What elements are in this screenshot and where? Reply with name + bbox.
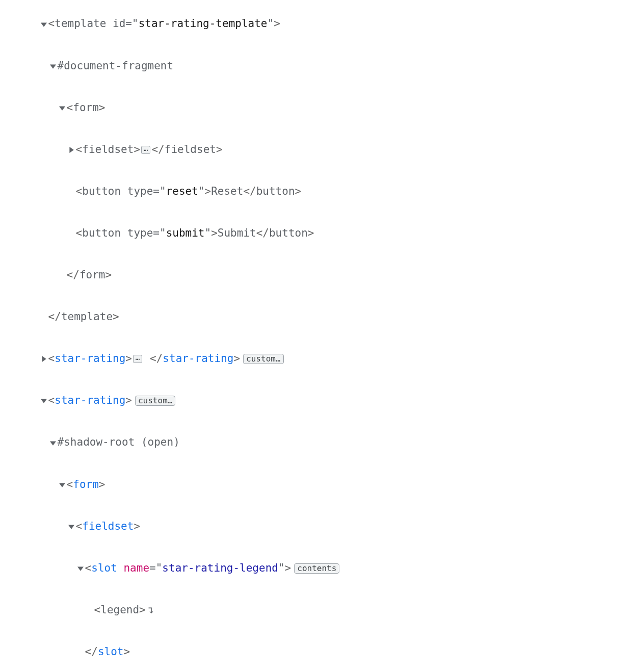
template-reset-button[interactable]: <button type="reset">Reset</button>: [4, 171, 634, 213]
expand-toggle[interactable]: [48, 59, 58, 73]
sr2-slot-legend[interactable]: <legend>↴: [4, 589, 634, 631]
document-fragment[interactable]: #document-fragment: [4, 45, 634, 87]
template-close[interactable]: </template>: [4, 296, 634, 338]
expand-toggle[interactable]: [58, 478, 67, 492]
template-open[interactable]: <template id="star-rating-template">: [4, 3, 634, 45]
expand-toggle[interactable]: [58, 101, 67, 115]
custom-element-badge[interactable]: custom…: [243, 354, 283, 364]
shadow-root-2[interactable]: #shadow-root (open): [4, 422, 634, 463]
sr2-slot-open[interactable]: <slot name="star-rating-legend">contents: [4, 548, 634, 589]
star-rating-2-open[interactable]: <star-rating>custom…: [4, 380, 634, 422]
ellipsis-icon[interactable]: ⋯: [141, 146, 150, 154]
template-submit-button[interactable]: <button type="submit">Submit</button>: [4, 213, 634, 254]
contents-badge[interactable]: contents: [294, 563, 339, 574]
star-rating-1[interactable]: <star-rating>⋯ </star-rating>custom…: [4, 338, 634, 380]
dom-tree: <template id="star-rating-template"> #do…: [0, 0, 638, 672]
expand-toggle[interactable]: [39, 394, 48, 407]
sr2-form-open[interactable]: <form>: [4, 463, 634, 505]
expand-toggle[interactable]: [76, 561, 85, 575]
expand-toggle[interactable]: [67, 520, 76, 533]
reveal-icon[interactable]: ↴: [148, 604, 154, 616]
template-form-close[interactable]: </form>: [4, 254, 634, 296]
template-form-open[interactable]: <form>: [4, 87, 634, 128]
template-fieldset[interactable]: <fieldset>⋯</fieldset>: [4, 129, 634, 171]
ellipsis-icon[interactable]: ⋯: [133, 355, 142, 363]
sr2-slot-close[interactable]: </slot>: [4, 631, 634, 672]
custom-element-badge[interactable]: custom…: [135, 396, 175, 406]
expand-toggle[interactable]: [48, 436, 58, 450]
sr2-fieldset-open[interactable]: <fieldset>: [4, 505, 634, 547]
expand-toggle[interactable]: [39, 17, 48, 31]
expand-toggle[interactable]: [67, 143, 76, 157]
expand-toggle[interactable]: [39, 352, 48, 366]
